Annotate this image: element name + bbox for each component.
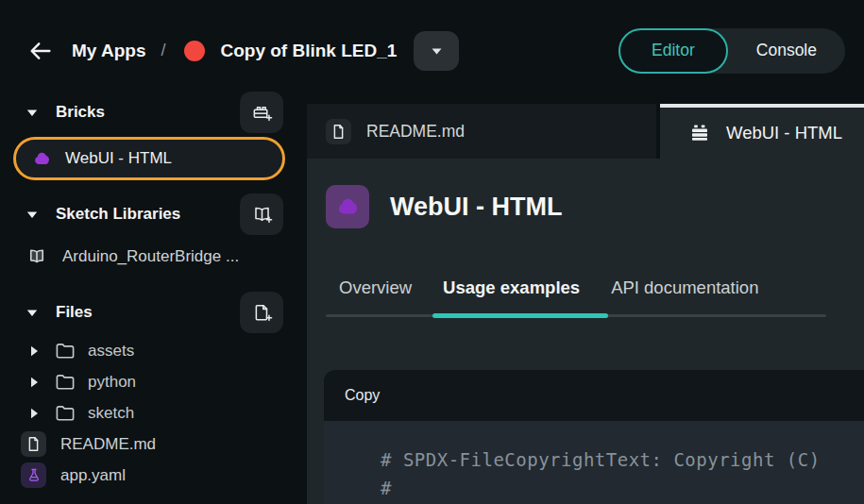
book-add-icon	[251, 204, 273, 226]
project-status-dot	[184, 41, 205, 61]
view-toggle: Editor Console	[618, 28, 845, 74]
section-label: Files	[56, 303, 93, 322]
file-icon	[326, 119, 351, 144]
doc-header: WebUI - HTML	[326, 185, 864, 228]
folder-row-python[interactable]: python	[0, 366, 302, 397]
arrow-left-icon	[27, 38, 54, 64]
tab-label: README.md	[366, 122, 465, 142]
chevron-down-icon	[431, 46, 443, 56]
folder-name: assets	[88, 342, 134, 361]
app-window: My Apps / Copy of Blink LED_1 Editor Con…	[0, 0, 864, 504]
doc-title: WebUI - HTML	[390, 193, 562, 222]
editor-panel: README.md WebUI - HTML WebUI - HTML Over…	[307, 104, 864, 504]
doc-tab-usage-examples[interactable]: Usage examples	[443, 277, 580, 298]
breadcrumb-separator: /	[161, 41, 165, 60]
brick-add-icon	[251, 102, 273, 124]
project-title: Copy of Blink LED_1	[220, 41, 397, 61]
editor-tabbar: README.md WebUI - HTML	[307, 104, 864, 159]
brick-icon	[688, 122, 711, 144]
folder-row-sketch[interactable]: sketch	[0, 397, 302, 428]
caret-down-icon	[26, 109, 38, 117]
caret-down-icon	[26, 309, 38, 317]
sidebar-item-library[interactable]: Arduino_RouterBridge ...	[0, 241, 302, 273]
folder-icon	[55, 404, 76, 422]
doc-content: WebUI - HTML Overview Usage examples API…	[307, 159, 864, 504]
chevron-right-icon	[30, 377, 39, 388]
book-icon	[26, 246, 47, 267]
console-toggle-button[interactable]: Console	[728, 41, 845, 60]
file-name: README.md	[60, 435, 156, 454]
sidebar-item-webui-html[interactable]: WebUI - HTML	[13, 137, 285, 180]
file-row-readme[interactable]: README.md	[0, 428, 302, 460]
copy-button[interactable]: Copy	[345, 387, 380, 404]
add-file-button[interactable]	[240, 292, 283, 333]
code-line: # SPDX-FileCopyrightText: Copyright (C)	[381, 445, 864, 474]
doc-tabs-active-indicator	[432, 313, 608, 318]
tab-label: WebUI - HTML	[726, 123, 842, 143]
folder-name: sketch	[88, 404, 134, 423]
caret-down-icon	[26, 210, 38, 219]
section-header-files[interactable]: Files	[0, 290, 302, 335]
add-brick-button[interactable]	[240, 92, 283, 133]
project-menu-button[interactable]	[414, 31, 459, 71]
section-header-bricks[interactable]: Bricks	[0, 90, 302, 135]
sidebar-item-label: WebUI - HTML	[65, 149, 172, 168]
doc-tab-overview[interactable]: Overview	[339, 277, 412, 298]
sidebar: Bricks WebUI - HTML Sketch Libraries	[0, 90, 302, 504]
flask-icon	[21, 462, 46, 488]
webui-app-icon	[326, 185, 369, 228]
section-header-sketch-libraries[interactable]: Sketch Libraries	[0, 192, 302, 237]
back-button[interactable]	[26, 37, 55, 65]
doc-tab-api-documentation[interactable]: API documentation	[611, 277, 758, 298]
file-row-app-yaml[interactable]: app.yaml	[0, 460, 302, 491]
file-name: app.yaml	[60, 466, 126, 485]
doc-tabs: Overview Usage examples API documentatio…	[339, 277, 864, 317]
code-line: #	[381, 474, 864, 502]
topbar: My Apps / Copy of Blink LED_1 Editor Con…	[0, 0, 864, 90]
sidebar-item-label: Arduino_RouterBridge ...	[62, 247, 239, 266]
editor-toggle-button[interactable]: Editor	[618, 28, 728, 74]
chevron-right-icon	[30, 345, 39, 357]
folder-icon	[55, 373, 76, 391]
section-label: Bricks	[56, 103, 105, 122]
folder-name: python	[88, 373, 136, 392]
add-library-button[interactable]	[240, 193, 283, 235]
section-label: Sketch Libraries	[56, 205, 180, 224]
folder-row-assets[interactable]: assets	[0, 335, 302, 366]
chevron-right-icon	[30, 408, 39, 419]
file-add-icon	[251, 302, 273, 324]
code-body: # SPDX-FileCopyrightText: Copyright (C) …	[324, 421, 864, 504]
code-block: Copy # SPDX-FileCopyrightText: Copyright…	[324, 370, 864, 504]
breadcrumb-my-apps[interactable]: My Apps	[72, 41, 145, 61]
code-block-header: Copy	[324, 370, 864, 421]
tab-readme[interactable]: README.md	[307, 104, 656, 159]
folder-icon	[55, 342, 76, 360]
brick-icon	[32, 149, 52, 169]
file-icon	[21, 431, 46, 457]
tab-webui-html[interactable]: WebUI - HTML	[660, 104, 864, 159]
